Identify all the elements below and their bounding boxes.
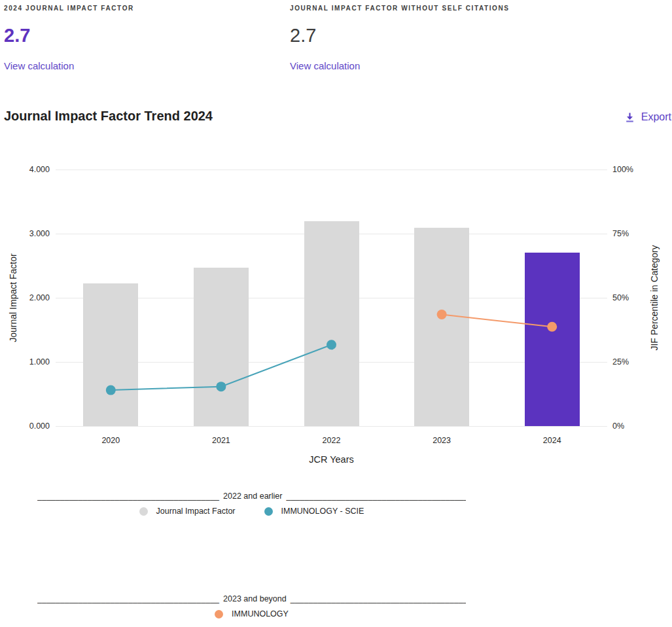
legend-group-title: 2022 and earlier: [223, 492, 282, 501]
legend-item-label: IMMUNOLOGY - SCIE: [281, 507, 364, 516]
gray-dot-icon: [139, 507, 148, 516]
legend-2023-and-beyond: ________________________________________…: [37, 594, 466, 618]
divider-rule-left: ________________________________________: [37, 594, 219, 603]
legend-divider: ________________________________________…: [37, 492, 466, 501]
data-point-marker: [547, 322, 557, 332]
metric-label: 2024 JOURNAL IMPACT FACTOR: [4, 5, 134, 12]
line-series-layer: [0, 151, 672, 484]
legend-item-immunology-scie[interactable]: IMMUNOLOGY - SCIE: [264, 507, 364, 516]
divider-rule-right: ________________________________________: [286, 492, 466, 501]
jif-trend-chart: Journal Impact Factor JIF Percentile in …: [0, 151, 672, 484]
export-button[interactable]: Export: [624, 111, 671, 123]
page-title: Journal Impact Factor Trend 2024: [4, 109, 213, 124]
metric-jif-without-self-citations: JOURNAL IMPACT FACTOR WITHOUT SELF CITAT…: [290, 0, 565, 79]
metric-value: 2.7: [4, 25, 30, 46]
data-point-marker: [106, 385, 116, 395]
data-point-marker: [437, 310, 447, 319]
jcr-impact-factor-page: 2024 JOURNAL IMPACT FACTOR 2.7 View calc…: [0, 0, 672, 627]
metric-2024-journal-impact-factor: 2024 JOURNAL IMPACT FACTOR 2.7 View calc…: [4, 0, 279, 79]
legend-divider: ________________________________________…: [37, 594, 466, 603]
legend-item-journal-impact-factor[interactable]: Journal Impact Factor: [139, 507, 236, 516]
legend-item-immunology[interactable]: IMMUNOLOGY: [215, 609, 289, 618]
legend-item-label: IMMUNOLOGY: [232, 609, 289, 618]
divider-rule-right: ________________________________________: [291, 594, 466, 603]
line-immunology: [442, 314, 552, 327]
metric-value: 2.7: [290, 25, 316, 46]
legend-group-title: 2023 and beyond: [223, 594, 287, 603]
export-label: Export: [641, 111, 671, 123]
teal-dot-icon: [264, 507, 273, 516]
data-point-marker: [327, 340, 336, 349]
legend-2022-and-earlier: ________________________________________…: [37, 492, 466, 516]
download-icon: [624, 112, 635, 123]
metric-label: JOURNAL IMPACT FACTOR WITHOUT SELF CITAT…: [290, 5, 510, 12]
orange-dot-icon: [215, 610, 223, 618]
legend-item-label: Journal Impact Factor: [156, 507, 236, 516]
divider-rule-left: ________________________________________: [37, 492, 219, 501]
view-calculation-link[interactable]: View calculation: [290, 60, 360, 71]
data-point-marker: [216, 382, 226, 391]
view-calculation-link[interactable]: View calculation: [4, 60, 74, 71]
